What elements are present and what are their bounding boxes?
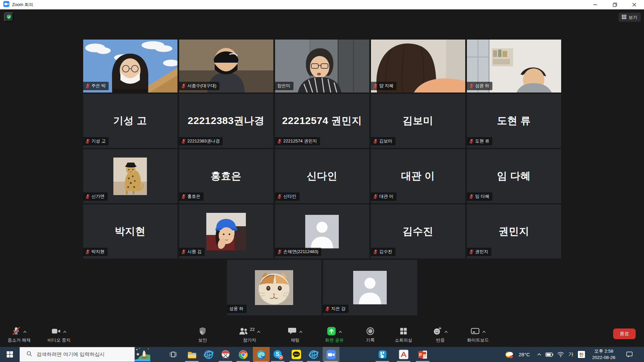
chevron-up-icon[interactable]: [299, 329, 303, 334]
chevron-up-icon[interactable]: [338, 329, 342, 334]
close-button[interactable]: [625, 0, 644, 9]
taskbar-acrobat-icon[interactable]: [395, 347, 412, 362]
participant-tile[interactable]: 김수진김수진: [371, 204, 465, 258]
participant-tile[interactable]: 김보미김보미: [371, 94, 465, 148]
toolbar-unmute-button[interactable]: 음소거 해제: [8, 326, 31, 343]
camera-icon: [51, 327, 61, 336]
wifi-icon[interactable]: [555, 347, 566, 362]
participant-name-label: 주은 박: [83, 82, 109, 90]
search-highlight-doodle[interactable]: [135, 348, 150, 362]
toolbar-button-label: 화이트보드: [467, 337, 489, 343]
toolbar-button-label: 참가자: [243, 337, 256, 343]
view-button-label: 보기: [629, 14, 637, 20]
taskbar-file-explorer-icon[interactable]: [183, 347, 200, 362]
end-meeting-button[interactable]: 종료: [613, 328, 636, 339]
toolbar-reactions-button[interactable]: 반응: [433, 326, 448, 343]
toolbar-chat-button[interactable]: 채팅: [288, 326, 303, 343]
taskbar-powerpoint-icon[interactable]: P: [414, 347, 431, 362]
muted-mic-icon: [373, 249, 378, 254]
participant-tile[interactable]: 손채연(22112483): [275, 204, 369, 258]
reactions-icon: [433, 326, 442, 337]
participant-label-text: 지은 강: [331, 306, 346, 312]
participant-name-label: 손채연(22112483): [275, 248, 322, 256]
toolbar-stop-video-button[interactable]: 비디오 중지: [48, 326, 71, 343]
participant-tile[interactable]: 권민지권민지: [467, 204, 561, 258]
minimize-button[interactable]: [586, 0, 605, 9]
participant-tile[interactable]: 박지현박지현: [83, 204, 177, 258]
toolbar-button-label: 보안: [198, 337, 207, 343]
action-center-icon[interactable]: [623, 347, 635, 362]
muted-mic-icon: [325, 306, 330, 311]
ime-korean-indicator[interactable]: 한: [576, 347, 586, 362]
participant-tile[interactable]: 양 지혜: [371, 40, 465, 93]
ime-mode-indicator[interactable]: 가: [566, 347, 576, 362]
participant-tile[interactable]: 지은 강: [323, 260, 417, 315]
muted-mic-icon: [181, 194, 186, 199]
participant-tile[interactable]: 22212383권나경22212383권나경: [179, 94, 273, 148]
participant-tile[interactable]: 홍효은홍효은: [179, 149, 273, 203]
taskbar-internet-explorer-icon[interactable]: [200, 347, 217, 362]
toolbar-record-button[interactable]: 기록: [366, 326, 375, 343]
toolbar-button-label: 기록: [366, 337, 375, 343]
muted-mic-icon: [181, 249, 186, 254]
taskbar-internet-explorer-2-icon[interactable]: [305, 347, 322, 362]
chevron-up-icon[interactable]: [482, 329, 486, 334]
toolbar-breakout-rooms-button[interactable]: 소회의실: [395, 326, 412, 343]
participant-tile[interactable]: 임 다혜임 다혜: [467, 149, 561, 203]
taskbar-chrome-icon[interactable]: [235, 347, 252, 362]
participant-tile[interactable]: 시원 김: [179, 204, 273, 258]
chevron-up-icon: [23, 330, 27, 333]
participant-tile[interactable]: 주은 박: [83, 40, 177, 93]
window-title: Zoom 회의: [12, 2, 33, 8]
participant-tile[interactable]: 대관 이대관 이: [371, 149, 465, 203]
participant-name-label: 기성 고: [83, 137, 109, 145]
participant-tile[interactable]: 성윤 하: [227, 260, 321, 315]
taskbar-edge-icon[interactable]: [253, 347, 270, 362]
taskbar-skype-icon[interactable]: S: [269, 347, 286, 362]
toolbar-button-label: 화면 공유: [325, 337, 344, 343]
taskbar-hangul-icon[interactable]: [374, 347, 391, 362]
taskbar-kakaotalk-icon[interactable]: TALK: [288, 347, 305, 362]
participant-tile[interactable]: 성윤 하: [467, 40, 561, 93]
toolbar-security-button[interactable]: 보안: [198, 326, 207, 343]
taskbar-search[interactable]: 검색하려면 여기에 입력하십시: [19, 347, 135, 362]
participant-tile[interactable]: 22212574 권민지22212574 권민지: [275, 94, 369, 148]
participant-tile[interactable]: 장은미: [275, 40, 369, 93]
taskbar-zoom-icon[interactable]: [323, 347, 339, 362]
battery-icon[interactable]: [544, 347, 555, 362]
meeting-info-shield-icon[interactable]: [4, 12, 13, 22]
muted-mic-icon: [469, 139, 474, 144]
toolbar-button-label: 채팅: [291, 337, 300, 343]
restore-button[interactable]: [605, 0, 625, 9]
participant-tile[interactable]: 기성 고기성 고: [83, 94, 177, 148]
toolbar-icon-row: [433, 326, 448, 337]
view-button[interactable]: 보기: [619, 13, 641, 22]
toolbar-whiteboard-button[interactable]: 화이트보드: [467, 326, 489, 343]
toolbar-icon-row: [51, 326, 67, 337]
start-button[interactable]: [0, 347, 19, 362]
participant-label-text: 대관 이: [379, 193, 394, 199]
weather-temperature[interactable]: 28°C: [517, 347, 532, 362]
muted-mic-icon: [86, 249, 90, 254]
participant-tile[interactable]: 신가연: [83, 149, 177, 203]
participant-label-text: 22212383권나경: [187, 138, 220, 144]
chevron-up-icon[interactable]: [257, 329, 261, 334]
taskbar-capture-tool-icon[interactable]: [217, 347, 234, 362]
taskbar-task-view-icon[interactable]: [165, 347, 181, 362]
chevron-up-icon[interactable]: [444, 329, 448, 334]
clock[interactable]: 오후 2:58 2022-08-26: [588, 348, 620, 361]
participant-name-label: 성윤 하: [227, 305, 247, 313]
participant-tile[interactable]: 도현 류도현 류: [467, 94, 561, 148]
tray-overflow-chevron-icon[interactable]: [535, 347, 543, 362]
weather-tray-icon[interactable]: [503, 347, 515, 362]
meeting-area: 보기 주은 박 서종수(대구대) 장은미 양 지혜 성윤 하기성 고기성 고22…: [0, 9, 644, 347]
participant-tile[interactable]: 서종수(대구대): [179, 40, 273, 93]
participant-label-text: 신가연: [92, 193, 105, 199]
chevron-up-icon[interactable]: [63, 329, 67, 334]
participant-tile[interactable]: 신다인신다인: [275, 149, 369, 203]
toolbar-participants-button[interactable]: 22참가자: [238, 326, 261, 343]
chevron-up-icon[interactable]: [23, 329, 27, 334]
toolbar-share-screen-button[interactable]: 화면 공유: [325, 326, 344, 343]
participant-name-label: 박지현: [83, 248, 108, 256]
participant-row: 주은 박 서종수(대구대) 장은미 양 지혜 성윤 하: [83, 40, 561, 93]
